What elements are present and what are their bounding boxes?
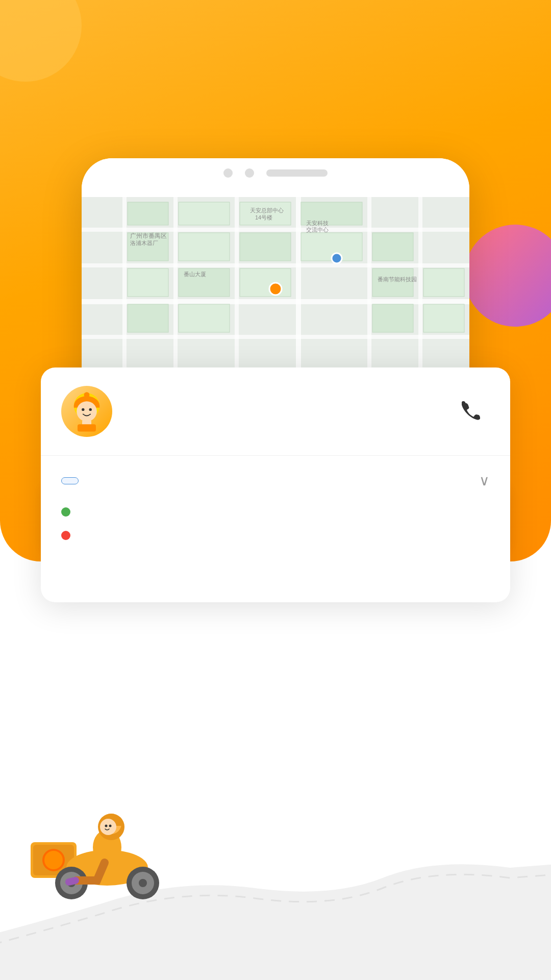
phone-screen-title xyxy=(82,184,469,197)
delivery-dot xyxy=(61,531,70,540)
svg-rect-11 xyxy=(128,202,168,225)
svg-rect-16 xyxy=(179,233,230,261)
svg-rect-20 xyxy=(128,268,168,297)
svg-rect-17 xyxy=(240,233,291,261)
road-svg xyxy=(0,674,551,980)
svg-rect-22 xyxy=(240,268,291,297)
svg-rect-9 xyxy=(367,197,371,371)
order-tag xyxy=(61,477,79,484)
svg-point-43 xyxy=(89,408,92,411)
avatar-svg xyxy=(64,388,110,434)
person-info xyxy=(127,399,454,424)
svg-point-62 xyxy=(109,825,112,827)
svg-rect-19 xyxy=(372,233,413,261)
svg-point-42 xyxy=(82,408,84,411)
svg-point-60 xyxy=(100,819,116,835)
svg-point-61 xyxy=(105,825,108,827)
map-svg: 广州市番禺区 洛浦木器厂 天安总部中心 14号楼 天安科技 交流中心 番南节能科… xyxy=(82,197,469,371)
svg-rect-6 xyxy=(173,197,178,371)
svg-rect-45 xyxy=(78,424,96,431)
customer-info xyxy=(79,529,86,545)
svg-text:14号楼: 14号楼 xyxy=(255,214,272,220)
svg-rect-23 xyxy=(372,268,413,297)
notch-bar xyxy=(266,169,328,177)
notch-dot-1 xyxy=(223,168,233,178)
call-button[interactable] xyxy=(454,394,490,429)
svg-rect-5 xyxy=(122,197,127,371)
svg-rect-2 xyxy=(82,263,469,267)
svg-text:洛浦木器厂: 洛浦木器厂 xyxy=(130,240,158,246)
svg-text:广州市番禺区: 广州市番禺区 xyxy=(130,232,167,239)
svg-rect-26 xyxy=(179,304,230,332)
svg-point-40 xyxy=(84,392,90,398)
svg-rect-8 xyxy=(296,197,301,371)
svg-rect-24 xyxy=(423,268,464,297)
bottom-illustration xyxy=(0,674,551,980)
svg-text:番山大厦: 番山大厦 xyxy=(184,271,206,277)
svg-rect-25 xyxy=(128,304,168,332)
svg-rect-3 xyxy=(82,299,469,304)
svg-rect-10 xyxy=(418,197,422,371)
svg-point-41 xyxy=(77,401,97,422)
svg-rect-12 xyxy=(179,202,230,225)
svg-rect-14 xyxy=(240,202,291,225)
svg-point-56 xyxy=(139,879,147,887)
svg-rect-4 xyxy=(82,335,469,339)
order-card: ∨ xyxy=(41,368,510,602)
avatar xyxy=(61,386,112,437)
order-info-section: ∨ xyxy=(41,456,510,573)
hero-section xyxy=(0,41,551,53)
pickup-dot xyxy=(61,507,70,517)
svg-rect-1 xyxy=(82,228,469,232)
delivery-text xyxy=(79,527,86,545)
phone-notch-bar xyxy=(82,158,469,184)
notch-dot-2 xyxy=(245,168,254,178)
svg-point-38 xyxy=(332,253,342,263)
order-type-row: ∨ xyxy=(61,472,490,489)
svg-point-49 xyxy=(44,851,63,869)
phone-map: 广州市番禺区 洛浦木器厂 天安总部中心 14号楼 天安科技 交流中心 番南节能科… xyxy=(82,197,469,371)
delivery-location-row xyxy=(61,527,490,545)
svg-text:天安科技: 天安科技 xyxy=(306,220,329,226)
chevron-down-icon[interactable]: ∨ xyxy=(479,472,490,489)
svg-text:天安总部中心: 天安总部中心 xyxy=(250,207,284,213)
phone-icon xyxy=(462,401,482,422)
svg-text:交流中心: 交流中心 xyxy=(306,227,329,233)
person-name-rating xyxy=(127,399,454,420)
svg-rect-7 xyxy=(235,197,239,371)
svg-rect-28 xyxy=(423,304,464,332)
svg-rect-27 xyxy=(372,304,413,332)
svg-point-37 xyxy=(269,283,282,295)
pickup-location-row xyxy=(61,503,490,517)
delivery-person-row xyxy=(41,368,510,456)
svg-text:番南节能科技园: 番南节能科技园 xyxy=(378,276,417,282)
